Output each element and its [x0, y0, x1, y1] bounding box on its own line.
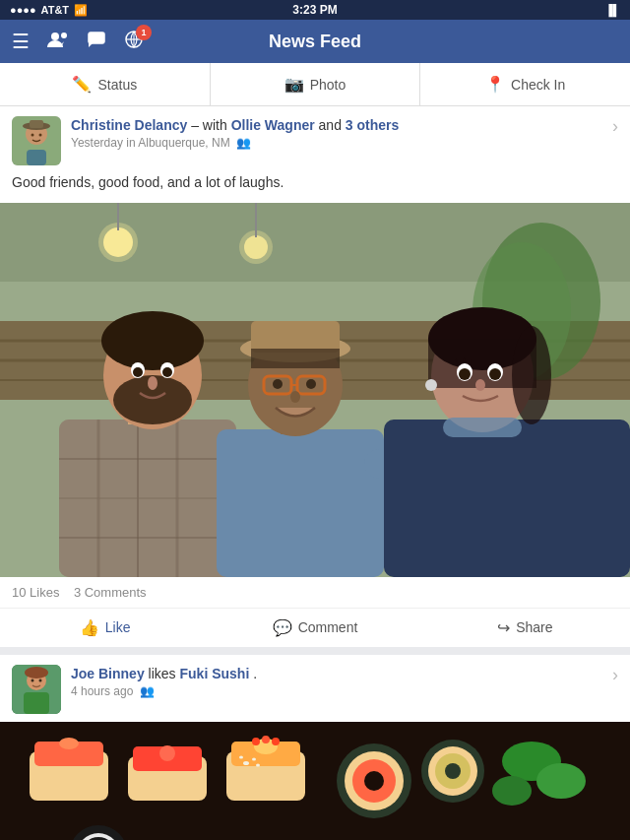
svg-rect-52 [251, 321, 340, 353]
thumbs-up-icon: 👍 [80, 618, 99, 637]
status-left: ●●●● AT&T 📶 [10, 4, 88, 17]
location-pin-icon: 📍 [485, 75, 505, 94]
svg-point-111 [239, 755, 243, 758]
location-text-1: Yesterday in Albuquerque, NM [71, 136, 230, 150]
avatar-1[interactable] [12, 116, 61, 165]
carrier-name: AT&T [41, 4, 70, 16]
tagged-name-1[interactable]: Ollie Wagner [231, 117, 315, 133]
svg-rect-59 [251, 349, 340, 368]
post-body-1: Good friends, good food, and a lot of la… [12, 174, 284, 190]
likes-count: 10 Likes [12, 585, 59, 600]
action-bar: ✏️ Status 📷 Photo 📍 Check In [0, 63, 630, 106]
svg-rect-78 [24, 692, 49, 714]
svg-point-79 [32, 678, 34, 681]
svg-point-92 [252, 738, 260, 745]
status-icon: ✏️ [72, 75, 92, 94]
post-image-1[interactable] [0, 203, 630, 577]
signal-icon: ●●●● [10, 4, 36, 16]
post-chevron-1[interactable]: › [612, 116, 618, 137]
likes-verb: likes [149, 666, 176, 681]
nav-icons-left: ☰ 1 [12, 30, 144, 53]
friends-icon[interactable] [47, 31, 69, 53]
messenger-icon[interactable] [87, 31, 106, 53]
svg-point-57 [306, 379, 316, 389]
status-label: Status [97, 77, 137, 93]
author-name-1[interactable]: Christine Delancy [71, 117, 187, 133]
post-text-1: Good friends, good food, and a lot of la… [0, 173, 630, 203]
svg-point-94 [272, 738, 280, 745]
svg-rect-75 [443, 418, 522, 437]
post-actions-1: 👍 Like 💬 Comment ↪ Share [0, 609, 630, 647]
avatar-2[interactable] [12, 665, 61, 714]
share-icon: ↪ [497, 618, 510, 637]
svg-point-45 [162, 367, 172, 377]
share-label: Share [516, 619, 552, 635]
post-meta-2: Joe Binney likes Fuki Sushi . 4 hours ag… [71, 665, 604, 698]
svg-point-112 [256, 763, 260, 766]
post-chevron-2[interactable]: › [612, 665, 618, 685]
svg-point-13 [39, 134, 42, 137]
svg-point-0 [51, 32, 59, 40]
nav-bar: ☰ 1 News [0, 20, 630, 63]
svg-point-104 [536, 763, 586, 799]
post-author-2: Joe Binney likes Fuki Sushi . [71, 665, 604, 682]
camera-icon: 📷 [284, 75, 304, 94]
status-right: ▐▌ [604, 4, 620, 16]
svg-point-80 [39, 678, 42, 681]
and-text: and [319, 117, 342, 133]
svg-rect-14 [27, 150, 46, 165]
status-button[interactable]: ✏️ Status [0, 63, 211, 105]
svg-point-56 [273, 379, 283, 389]
with-text: – with [191, 117, 227, 133]
svg-point-105 [492, 776, 532, 806]
status-bar: ●●●● AT&T 📶 3:23 PM ▐▌ [0, 0, 630, 20]
comment-label: Comment [298, 619, 358, 635]
svg-point-58 [290, 391, 300, 403]
liked-page[interactable]: Fuki Sushi [180, 666, 250, 681]
svg-rect-60 [384, 420, 630, 577]
time-ago-2: 4 hours ago [71, 684, 133, 698]
like-label: Like [105, 619, 131, 635]
svg-point-46 [148, 376, 158, 390]
svg-point-85 [59, 738, 79, 749]
svg-point-65 [512, 326, 551, 424]
period: . [253, 666, 257, 681]
svg-rect-11 [30, 120, 43, 128]
checkin-label: Check In [511, 77, 565, 93]
checkin-button[interactable]: 📍 Check In [420, 63, 630, 105]
notifications-icon[interactable]: 1 [124, 31, 144, 53]
comment-icon: 💬 [273, 618, 292, 637]
svg-point-69 [489, 368, 501, 380]
status-time: 3:23 PM [292, 3, 337, 17]
comment-button-1[interactable]: 💬 Comment [210, 611, 419, 645]
svg-point-73 [425, 379, 437, 391]
like-button-1[interactable]: 👍 Like [0, 611, 210, 645]
svg-point-102 [445, 763, 461, 779]
svg-point-74 [475, 379, 485, 391]
post-location-1: Yesterday in Albuquerque, NM 👥 [71, 136, 604, 150]
photo-button[interactable]: 📷 Photo [211, 63, 421, 105]
svg-point-110 [252, 757, 256, 760]
others-count[interactable]: 3 others [346, 117, 399, 133]
notification-badge: 1 [136, 25, 152, 40]
post-card-1: Christine Delancy – with Ollie Wagner an… [0, 106, 630, 647]
post-header-2: Joe Binney likes Fuki Sushi . 4 hours ag… [0, 655, 630, 722]
news-feed: Christine Delancy – with Ollie Wagner an… [0, 106, 630, 840]
battery-icon: ▐▌ [604, 4, 620, 16]
svg-point-93 [262, 736, 270, 743]
comments-count: 3 Comments [74, 585, 147, 600]
nav-title: News Feed [269, 32, 361, 52]
svg-point-67 [459, 368, 471, 380]
author-name-2[interactable]: Joe Binney [71, 666, 145, 681]
post-image-2[interactable] [0, 722, 630, 840]
post-card-2: Joe Binney likes Fuki Sushi . 4 hours ag… [0, 655, 630, 840]
photo-label: Photo [310, 77, 346, 93]
svg-point-81 [25, 667, 48, 678]
post-stats-1: 10 Likes 3 Comments [0, 577, 630, 609]
post-author-1: Christine Delancy – with Ollie Wagner an… [71, 116, 604, 134]
svg-point-40 [101, 311, 204, 370]
svg-point-43 [133, 367, 143, 377]
menu-icon[interactable]: ☰ [12, 30, 30, 53]
share-button-1[interactable]: ↪ Share [420, 611, 630, 645]
svg-rect-47 [217, 429, 384, 577]
